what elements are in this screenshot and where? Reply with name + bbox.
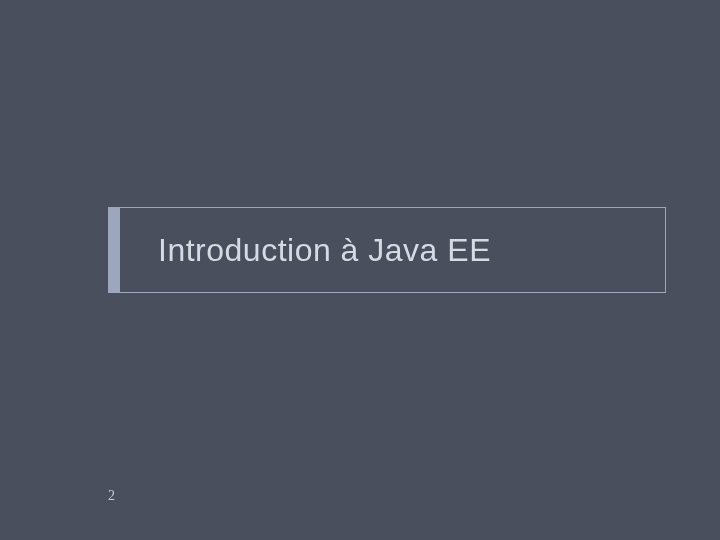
page-number: 2 <box>108 488 115 504</box>
accent-bar <box>109 208 120 292</box>
slide-title: Introduction à Java EE <box>120 232 491 269</box>
title-band: Introduction à Java EE <box>108 207 666 293</box>
